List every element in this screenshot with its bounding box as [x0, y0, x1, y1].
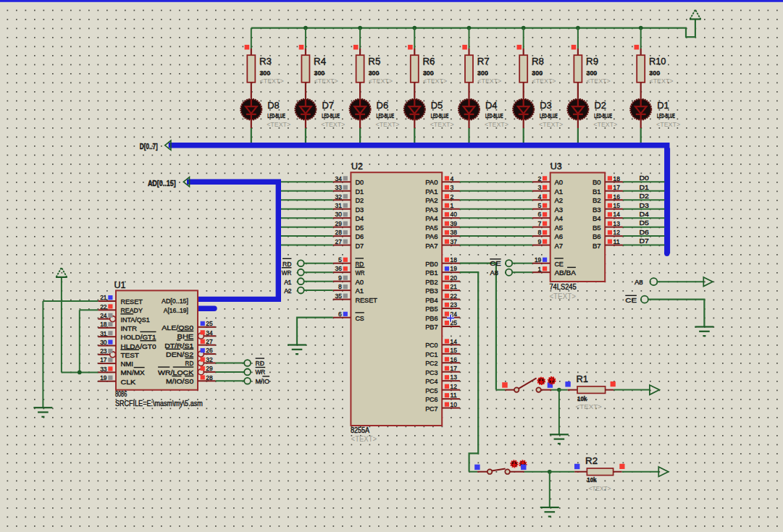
svg-text:D5: D5	[639, 219, 648, 227]
svg-text:2: 2	[537, 174, 541, 182]
svg-text:INTA/QS1: INTA/QS1	[120, 316, 149, 324]
svg-text:READY: READY	[120, 306, 143, 314]
svg-text:PA0: PA0	[425, 178, 438, 186]
svg-text:AD[0..15]: AD[0..15]	[148, 179, 176, 187]
svg-text:1: 1	[451, 201, 454, 209]
svg-text:28: 28	[206, 373, 212, 381]
svg-text:19: 19	[535, 256, 541, 263]
svg-text:PC2: PC2	[425, 359, 437, 367]
svg-text:PB5: PB5	[425, 305, 438, 313]
svg-text:<TEXT>: <TEXT>	[532, 77, 556, 85]
svg-text:D2: D2	[639, 192, 648, 200]
svg-text:300: 300	[259, 69, 270, 77]
svg-text:A1: A1	[554, 187, 563, 195]
svg-text:11: 11	[451, 391, 457, 399]
svg-text:35: 35	[335, 292, 342, 300]
svg-text:D6: D6	[377, 100, 389, 111]
svg-text:19: 19	[451, 264, 457, 272]
svg-text:PA2: PA2	[425, 196, 437, 204]
svg-text:PA7: PA7	[425, 242, 437, 250]
svg-text:21: 21	[451, 282, 457, 290]
svg-text:A0: A0	[355, 278, 364, 286]
svg-text:D3: D3	[639, 201, 648, 209]
svg-text:A6: A6	[554, 232, 563, 240]
svg-text:<TEXT>: <TEXT>	[423, 77, 447, 85]
svg-text:<TEXT>: <TEXT>	[593, 120, 617, 128]
svg-text:A1: A1	[355, 287, 364, 295]
svg-text:D4: D4	[485, 100, 498, 111]
svg-text:300: 300	[649, 69, 660, 77]
svg-text:34: 34	[206, 329, 212, 337]
svg-text:LED-BLUE: LED-BLUE	[267, 113, 285, 119]
svg-text:11: 11	[614, 237, 620, 245]
svg-text:CLK: CLK	[120, 378, 135, 386]
svg-text:30: 30	[100, 338, 106, 346]
svg-text:5: 5	[338, 256, 342, 263]
svg-text:34: 34	[335, 174, 342, 182]
svg-text:26: 26	[206, 346, 212, 354]
svg-text:16: 16	[451, 355, 457, 363]
svg-text:RESET: RESET	[355, 296, 377, 304]
svg-text:R10: R10	[649, 56, 666, 67]
svg-text:22: 22	[451, 292, 457, 300]
svg-text:PB4: PB4	[425, 296, 438, 304]
svg-text:INTR: INTR	[120, 324, 137, 332]
svg-text:6: 6	[537, 210, 541, 218]
svg-text:D0: D0	[355, 178, 364, 186]
svg-text:17: 17	[451, 364, 457, 372]
svg-text:25: 25	[206, 319, 212, 327]
svg-text:32: 32	[335, 193, 342, 200]
svg-text:300: 300	[369, 69, 380, 77]
svg-text:4: 4	[537, 193, 541, 200]
svg-text:D7: D7	[322, 100, 334, 111]
svg-text:9: 9	[338, 274, 342, 282]
svg-text:14: 14	[614, 210, 620, 218]
svg-text:PB0: PB0	[425, 260, 438, 268]
svg-text:CS: CS	[355, 314, 364, 322]
svg-text:19: 19	[100, 373, 106, 381]
svg-text:D3: D3	[540, 100, 552, 111]
svg-text:M/IO/S0: M/IO/S0	[166, 377, 194, 385]
svg-text:B0: B0	[593, 178, 601, 186]
svg-text:CE: CE	[554, 260, 564, 268]
svg-text:33: 33	[100, 365, 106, 373]
svg-text:<TEXT>: <TEXT>	[589, 484, 611, 492]
svg-text:3: 3	[451, 183, 454, 191]
svg-text:<TEXT>: <TEXT>	[656, 120, 680, 128]
svg-text:DT/R/S1: DT/R/S1	[164, 342, 193, 350]
svg-text:10k: 10k	[577, 396, 587, 402]
svg-text:TEST: TEST	[120, 351, 139, 359]
svg-text:8255A: 8255A	[351, 426, 370, 434]
svg-text:A3: A3	[554, 206, 563, 214]
svg-text:LED-BLUE: LED-BLUE	[485, 113, 503, 119]
svg-text:HLDA/GT0: HLDA/GT0	[120, 342, 156, 350]
svg-text:D5: D5	[431, 100, 443, 111]
svg-text:ALE/QS0: ALE/QS0	[162, 324, 193, 332]
svg-text:RESET: RESET	[120, 297, 143, 305]
svg-text:B1: B1	[593, 187, 601, 195]
svg-text:PC6: PC6	[425, 395, 438, 403]
svg-text:LED-BLUE: LED-BLUE	[657, 113, 675, 119]
svg-text:8: 8	[537, 228, 541, 236]
svg-text:B7: B7	[593, 242, 601, 250]
svg-text:<TEXT>: <TEXT>	[260, 77, 284, 85]
svg-text:27: 27	[206, 337, 212, 345]
svg-text:A1: A1	[284, 278, 291, 286]
svg-text:MN/MX: MN/MX	[120, 368, 145, 376]
svg-text:PA4: PA4	[425, 214, 438, 222]
svg-text:PB2: PB2	[425, 278, 437, 286]
svg-text:12: 12	[451, 382, 457, 390]
svg-text:<TEXT>: <TEXT>	[539, 120, 563, 128]
svg-text:18: 18	[451, 256, 457, 263]
svg-text:A[16..19]: A[16..19]	[164, 306, 188, 314]
svg-text:<TEXT>: <TEXT>	[650, 77, 674, 85]
svg-text:RD: RD	[355, 260, 364, 268]
svg-text:D[0..7]: D[0..7]	[140, 142, 158, 151]
svg-text:10: 10	[451, 400, 457, 408]
svg-text:<TEXT>: <TEXT>	[267, 120, 290, 128]
svg-text:PC7: PC7	[425, 405, 437, 413]
svg-text:<TEXT>: <TEXT>	[369, 77, 393, 85]
svg-text:<TEXT>: <TEXT>	[587, 77, 611, 85]
svg-text:R3: R3	[259, 56, 272, 67]
svg-text:37: 37	[451, 237, 457, 245]
